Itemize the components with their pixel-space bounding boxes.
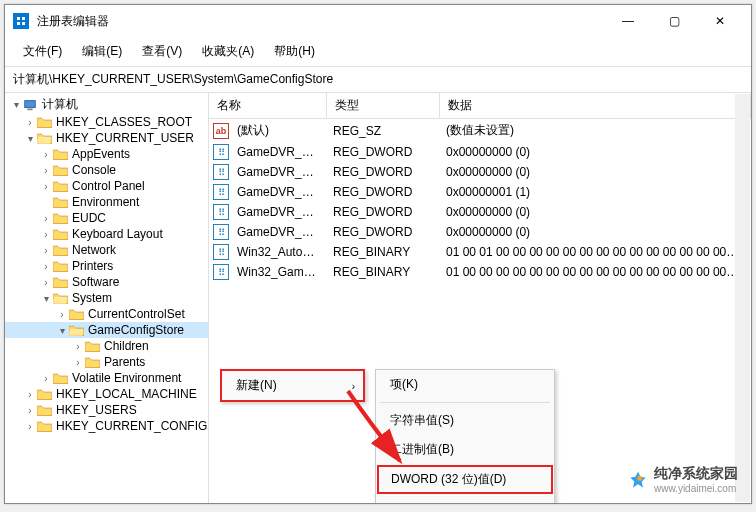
folder-icon: [53, 227, 69, 241]
folder-icon: [53, 195, 69, 209]
folder-icon: [53, 179, 69, 193]
tree-hkcc[interactable]: ›HKEY_CURRENT_CONFIG: [5, 418, 208, 434]
menu-favorites[interactable]: 收藏夹(A): [192, 39, 264, 64]
tree-hku[interactable]: ›HKEY_USERS: [5, 402, 208, 418]
ctx-dword[interactable]: DWORD (32 位)值(D): [377, 465, 553, 494]
tree-network[interactable]: ›Network: [5, 242, 208, 258]
folder-open-icon: [69, 323, 85, 337]
value-type: REG_DWORD: [327, 204, 440, 220]
folder-icon: [53, 163, 69, 177]
computer-icon: [23, 98, 39, 112]
menubar: 文件(F) 编辑(E) 查看(V) 收藏夹(A) 帮助(H): [5, 37, 751, 67]
tree-system[interactable]: ▾System: [5, 290, 208, 306]
tree-console[interactable]: ›Console: [5, 162, 208, 178]
titlebar: 注册表编辑器 — ▢ ✕: [5, 5, 751, 37]
tree-eudc[interactable]: ›EUDC: [5, 210, 208, 226]
tree-hkcu[interactable]: ▾HKEY_CURRENT_USER: [5, 130, 208, 146]
watermark-title: 纯净系统家园: [654, 465, 738, 483]
value-data: 0x00000000 (0): [440, 204, 751, 220]
ctx-qword[interactable]: QWORD (64 位)值(Q): [376, 495, 554, 503]
tree-keyboard[interactable]: ›Keyboard Layout: [5, 226, 208, 242]
folder-icon: [53, 243, 69, 257]
value-data: 01 00 00 00 00 00 00 00 00 00 00 00 00 0…: [440, 264, 751, 280]
value-data: 0x00000000 (0): [440, 144, 751, 160]
ctx-string[interactable]: 字符串值(S): [376, 406, 554, 435]
value-name: GameDVR_Ena…: [231, 184, 327, 200]
tree-volatile[interactable]: ›Volatile Environment: [5, 370, 208, 386]
folder-open-icon: [37, 131, 53, 145]
string-value-icon: [213, 123, 229, 139]
tree-root[interactable]: ▾计算机: [5, 95, 208, 114]
ctx-binary[interactable]: 二进制值(B): [376, 435, 554, 464]
folder-open-icon: [53, 291, 69, 305]
address-bar[interactable]: 计算机\HKEY_CURRENT_USER\System\GameConfigS…: [5, 67, 751, 93]
folder-icon: [37, 403, 53, 417]
value-name: Win32_AutoGa…: [231, 244, 327, 260]
maximize-button[interactable]: ▢: [651, 5, 697, 37]
menu-view[interactable]: 查看(V): [132, 39, 192, 64]
value-row[interactable]: GameDVR_Ena…REG_DWORD0x00000001 (1): [209, 182, 751, 202]
tree-controlpanel[interactable]: ›Control Panel: [5, 178, 208, 194]
value-name: GameDVR_Ho…: [231, 224, 327, 240]
value-row[interactable]: (默认)REG_SZ(数值未设置): [209, 119, 751, 142]
folder-icon: [53, 259, 69, 273]
value-row[interactable]: GameDVR_FSE…REG_DWORD0x00000000 (0): [209, 202, 751, 222]
svg-rect-1: [22, 17, 25, 20]
binary-value-icon: [213, 184, 229, 200]
value-data: 0x00000000 (0): [440, 164, 751, 180]
separator: [380, 402, 550, 403]
tree-environment[interactable]: Environment: [5, 194, 208, 210]
col-data[interactable]: 数据: [440, 93, 751, 118]
tree-hklm[interactable]: ›HKEY_LOCAL_MACHINE: [5, 386, 208, 402]
value-row[interactable]: Win32_AutoGa…REG_BINARY01 00 01 00 00 00…: [209, 242, 751, 262]
value-row[interactable]: Win32_GameM…REG_BINARY01 00 00 00 00 00 …: [209, 262, 751, 282]
value-row[interactable]: GameDVR_EFS…REG_DWORD0x00000000 (0): [209, 162, 751, 182]
tree-children[interactable]: ›Children: [5, 338, 208, 354]
tree-printers[interactable]: ›Printers: [5, 258, 208, 274]
folder-icon: [37, 387, 53, 401]
menu-edit[interactable]: 编辑(E): [72, 39, 132, 64]
tree-software[interactable]: ›Software: [5, 274, 208, 290]
ctx-new[interactable]: 新建(N)›: [222, 371, 363, 400]
value-name: GameDVR_EFS…: [231, 164, 327, 180]
menu-file[interactable]: 文件(F): [13, 39, 72, 64]
value-row[interactable]: GameDVR_Ho…REG_DWORD0x00000000 (0): [209, 222, 751, 242]
binary-value-icon: [213, 204, 229, 220]
folder-icon: [53, 371, 69, 385]
value-type: REG_DWORD: [327, 164, 440, 180]
svg-rect-2: [17, 22, 20, 25]
tree-appevents[interactable]: ›AppEvents: [5, 146, 208, 162]
value-type: REG_DWORD: [327, 184, 440, 200]
svg-rect-4: [25, 100, 36, 107]
folder-icon: [85, 355, 101, 369]
tree-parents[interactable]: ›Parents: [5, 354, 208, 370]
tree-gameconfigstore[interactable]: ▾GameConfigStore: [5, 322, 208, 338]
value-row[interactable]: GameDVR_DX…REG_DWORD0x00000000 (0): [209, 142, 751, 162]
svg-rect-0: [17, 17, 20, 20]
binary-value-icon: [213, 244, 229, 260]
value-data: 01 00 01 00 00 00 00 00 00 00 00 00 00 0…: [440, 244, 751, 260]
folder-icon: [37, 419, 53, 433]
value-name: GameDVR_DX…: [231, 144, 327, 160]
close-button[interactable]: ✕: [697, 5, 743, 37]
menu-help[interactable]: 帮助(H): [264, 39, 325, 64]
context-submenu: 项(K) 字符串值(S) 二进制值(B) DWORD (32 位)值(D) QW…: [375, 369, 555, 503]
binary-value-icon: [213, 264, 229, 280]
value-type: REG_BINARY: [327, 264, 440, 280]
value-name: (默认): [231, 121, 327, 140]
window-title: 注册表编辑器: [37, 13, 605, 30]
svg-point-6: [637, 475, 642, 480]
col-name[interactable]: 名称: [209, 93, 327, 118]
regedit-window: 注册表编辑器 — ▢ ✕ 文件(F) 编辑(E) 查看(V) 收藏夹(A) 帮助…: [4, 4, 752, 504]
col-type[interactable]: 类型: [327, 93, 440, 118]
ctx-key[interactable]: 项(K): [376, 370, 554, 399]
scrollbar[interactable]: [735, 94, 750, 502]
value-type: REG_SZ: [327, 123, 440, 139]
tree-ccs[interactable]: ›CurrentControlSet: [5, 306, 208, 322]
tree-pane[interactable]: ▾计算机 ›HKEY_CLASSES_ROOT ▾HKEY_CURRENT_US…: [5, 93, 209, 503]
svg-rect-5: [27, 108, 32, 110]
svg-rect-3: [22, 22, 25, 25]
minimize-button[interactable]: —: [605, 5, 651, 37]
tree-hkcr[interactable]: ›HKEY_CLASSES_ROOT: [5, 114, 208, 130]
folder-icon: [53, 275, 69, 289]
